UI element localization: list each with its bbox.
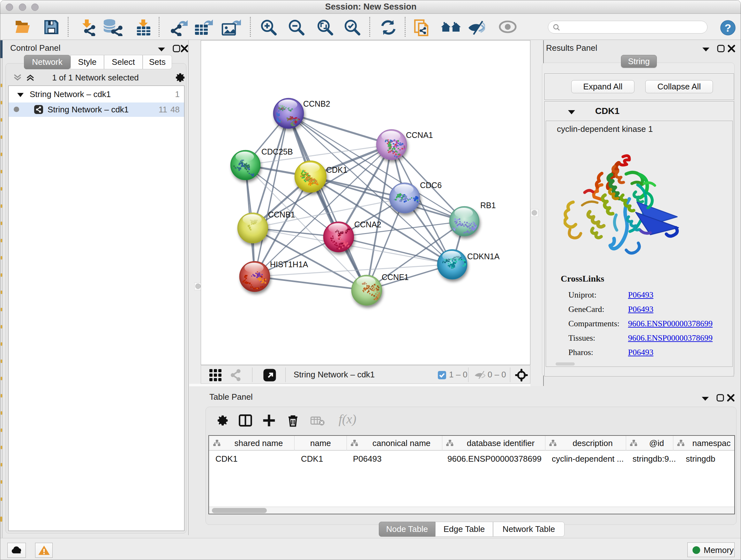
svg-text:CCNB2: CCNB2 xyxy=(303,99,330,108)
svg-text:CCNB1: CCNB1 xyxy=(268,210,295,219)
svg-text:RB1: RB1 xyxy=(480,201,496,210)
svg-text:CDC25B: CDC25B xyxy=(261,147,293,156)
svg-text:CDK1: CDK1 xyxy=(326,165,347,174)
svg-text:CCNA2: CCNA2 xyxy=(354,220,381,229)
svg-text:HIST1H1A: HIST1H1A xyxy=(270,260,308,269)
svg-text:CCNA1: CCNA1 xyxy=(406,131,433,139)
svg-text:CDC6: CDC6 xyxy=(420,181,442,190)
svg-text:?: ? xyxy=(725,22,731,34)
svg-text:CCNE1: CCNE1 xyxy=(382,273,409,282)
svg-text:CDKN1A: CDKN1A xyxy=(467,252,500,261)
